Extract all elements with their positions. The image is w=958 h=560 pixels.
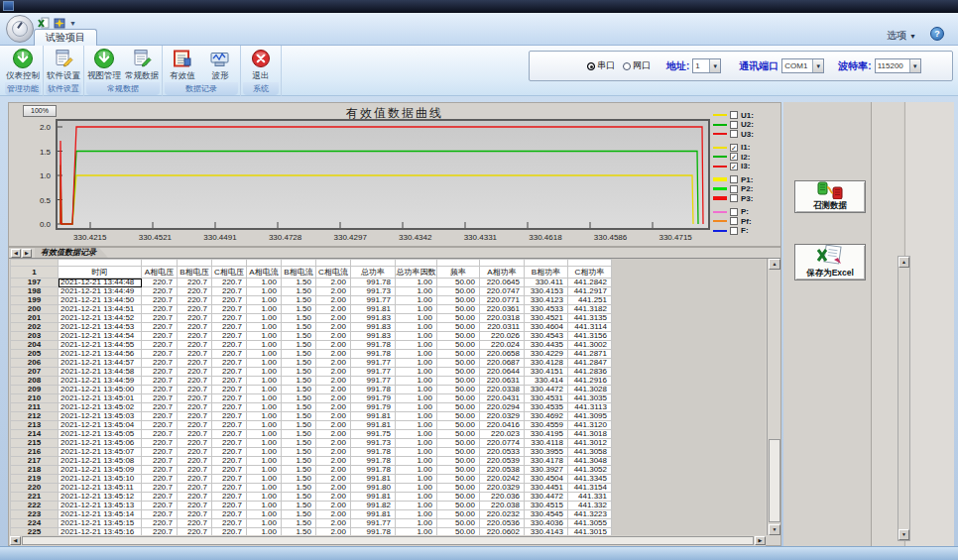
cell[interactable]: 220.7	[178, 386, 212, 394]
row-number[interactable]: 202	[11, 323, 59, 332]
cell[interactable]: 220.7	[212, 502, 247, 510]
cell[interactable]: 50.00	[437, 394, 480, 403]
cell[interactable]: 220.0645	[480, 279, 525, 287]
cell[interactable]: 1.00	[396, 314, 437, 323]
cell[interactable]: 1.00	[396, 502, 437, 510]
cell[interactable]: 50.00	[437, 439, 480, 448]
cell[interactable]: 991.78	[351, 466, 396, 475]
unchecked-checkbox-icon[interactable]	[730, 194, 738, 202]
row-number[interactable]: 217	[11, 457, 59, 466]
cell[interactable]: 50.00	[437, 305, 480, 314]
cell[interactable]: 330.4153	[525, 287, 568, 296]
cell[interactable]: 330.411	[525, 279, 568, 287]
cell[interactable]: 1.50	[282, 493, 316, 502]
cell[interactable]: 2021-12-21 13:45:01	[59, 394, 142, 403]
cell[interactable]: 220.0329	[480, 484, 525, 493]
cell[interactable]: 220.7	[212, 279, 247, 287]
cell[interactable]: 220.7	[142, 510, 178, 519]
cell[interactable]: 1.50	[282, 314, 316, 323]
cell[interactable]: 220.7	[212, 493, 247, 502]
cell[interactable]: 220.7	[142, 341, 178, 350]
cell[interactable]: 1.50	[282, 350, 316, 359]
cell[interactable]: 991.78	[351, 386, 396, 394]
cell[interactable]: 2021-12-21 13:44:51	[59, 305, 142, 314]
column-header[interactable]: 总功率因数	[396, 267, 437, 279]
cell[interactable]: 2021-12-21 13:45:03	[59, 412, 142, 421]
cell[interactable]: 2021-12-21 13:45:09	[59, 466, 142, 475]
cell[interactable]: 220.0658	[480, 350, 525, 359]
sidebar-scrollbar[interactable]: ▲ ▼	[898, 256, 910, 541]
cell[interactable]: 220.7	[142, 279, 178, 287]
cell[interactable]: 1.00	[396, 421, 437, 430]
cell[interactable]: 1.00	[396, 323, 437, 332]
cell[interactable]: 220.0538	[480, 466, 525, 475]
cell[interactable]: 1.00	[396, 368, 437, 377]
cell[interactable]: 220.7	[142, 484, 178, 493]
cell[interactable]: 330.4521	[525, 314, 568, 323]
cell[interactable]: 50.00	[437, 421, 480, 430]
cell[interactable]: 50.00	[437, 430, 480, 439]
cell[interactable]: 2021-12-21 13:45:10	[59, 475, 142, 484]
cell[interactable]: 1.00	[247, 502, 282, 510]
cell[interactable]: 441.3156	[568, 332, 612, 341]
cell[interactable]: 220.7	[142, 448, 178, 457]
cell[interactable]: 220.7	[142, 350, 178, 359]
cell[interactable]: 220.7	[212, 528, 247, 536]
column-header[interactable]: 总功率	[351, 267, 396, 279]
cell[interactable]: 220.7	[178, 332, 212, 341]
cell[interactable]: 220.7	[178, 484, 212, 493]
cell[interactable]: 1.00	[396, 457, 437, 466]
cell[interactable]: 330.4535	[525, 403, 568, 412]
cell[interactable]: 441.251	[568, 296, 612, 305]
cell[interactable]: 2.00	[316, 439, 351, 448]
cell[interactable]: 220.7	[178, 394, 212, 403]
cell[interactable]: 220.7	[178, 466, 212, 475]
cell[interactable]: 1.00	[247, 475, 282, 484]
cell[interactable]: 50.00	[437, 287, 480, 296]
cell[interactable]: 441.3055	[568, 519, 612, 528]
cell[interactable]: 50.00	[437, 448, 480, 457]
cell[interactable]: 2.00	[316, 421, 351, 430]
cell[interactable]: 2.00	[316, 386, 351, 394]
cell[interactable]: 2.00	[316, 502, 351, 510]
cell[interactable]: 220.7	[142, 287, 178, 296]
cell[interactable]: 1.50	[282, 430, 316, 439]
column-header[interactable]: C相功率	[568, 267, 612, 279]
cell[interactable]: 1.00	[247, 484, 282, 493]
cell[interactable]: 220.7	[178, 314, 212, 323]
cell[interactable]: 330.4559	[525, 421, 568, 430]
cell[interactable]: 2.00	[316, 279, 351, 287]
cell[interactable]: 220.0232	[480, 510, 525, 519]
tab-test-project[interactable]: 试验项目	[34, 29, 97, 46]
cell[interactable]: 330.4118	[525, 439, 568, 448]
cell[interactable]: 50.00	[437, 412, 480, 421]
selected-cell[interactable]: 2021-12-21 13:44:48	[59, 279, 142, 287]
serial-port-radio[interactable]: 串口	[587, 59, 615, 72]
cell[interactable]: 2021-12-21 13:45:08	[59, 457, 142, 466]
cell[interactable]: 991.77	[351, 519, 396, 528]
cell[interactable]: 330.4151	[525, 368, 568, 377]
cell[interactable]: 2021-12-21 13:45:14	[59, 510, 142, 519]
scroll-right-icon[interactable]: ▶	[755, 536, 766, 545]
cell[interactable]: 2021-12-21 13:45:11	[59, 484, 142, 493]
cell[interactable]: 220.7	[178, 350, 212, 359]
cell[interactable]: 2.00	[316, 475, 351, 484]
unchecked-checkbox-icon[interactable]	[730, 121, 738, 129]
cell[interactable]: 220.7	[178, 519, 212, 528]
row-number[interactable]: 210	[11, 394, 59, 403]
cell[interactable]: 1.00	[247, 350, 282, 359]
row-number[interactable]: 215	[11, 439, 59, 448]
horizontal-scrollbar[interactable]: ◀ ▶	[10, 536, 766, 546]
cell[interactable]: 220.7	[212, 466, 247, 475]
cell[interactable]: 220.7	[178, 323, 212, 332]
row-number[interactable]: 208	[11, 377, 59, 386]
row-number[interactable]: 225	[11, 528, 59, 536]
scroll-up-icon[interactable]: ▲	[769, 259, 780, 270]
cell[interactable]: 220.038	[480, 502, 525, 510]
cell[interactable]: 330.4195	[525, 430, 568, 439]
cell[interactable]: 330.4178	[525, 457, 568, 466]
cell[interactable]: 1.00	[396, 412, 437, 421]
cell[interactable]: 220.7	[142, 412, 178, 421]
cell[interactable]: 50.00	[437, 359, 480, 368]
cell[interactable]: 220.0416	[480, 421, 525, 430]
